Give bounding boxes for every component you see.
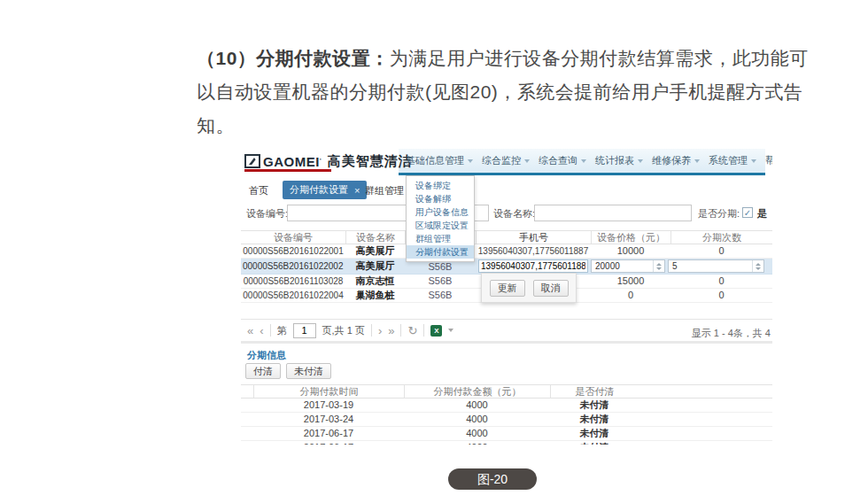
list-item[interactable]: 2017-06-17 4000 未付清 [241,427,772,441]
nav-item-monitoring[interactable]: 综合监控 [482,154,530,167]
brand-tick: ’ [320,157,322,166]
installment-actions: 付清 未付清 [245,363,331,379]
nav-item-query[interactable]: 综合查询 [539,154,586,167]
menu-item-device-bind[interactable]: 设备绑定 [407,179,474,192]
menu-item-area-limit[interactable]: 区域限定设置 [407,219,474,232]
device-name-input[interactable] [534,205,692,221]
close-icon[interactable] [354,185,360,196]
pagination-info: 显示 1 - 4条，共 4 条 [692,327,772,340]
col-times: 分期次数 [670,231,772,244]
filter-row: 设备编号: 设备名称: 是否分期: 是 [241,204,772,223]
installment-checkbox[interactable] [742,207,753,218]
menu-item-device-unbind[interactable]: 设备解绑 [407,192,474,205]
chevron-down-icon [581,159,586,163]
chevron-down-icon [638,159,643,163]
device-no-label: 设备编号: [246,207,288,221]
phone-edit-input[interactable] [478,259,588,273]
divider [423,324,424,337]
caption-heading: （10）分期付款设置： [197,48,390,68]
installment-filter-label: 是否分期: [698,207,740,221]
chevron-down-icon [751,159,756,163]
caption-paragraph: （10）分期付款设置：为满足用户进行设备分期付款结算需求，此功能可 以自动设置机… [197,42,817,143]
times-stepper[interactable]: 5 [668,259,764,273]
menu-item-group-management[interactable]: 群组管理 [407,232,474,245]
price-stepper[interactable]: 20000 [591,259,665,273]
first-page-icon[interactable] [247,324,253,337]
next-page-icon[interactable] [378,324,382,337]
nav-item-basic-info[interactable]: 基础信息管理 [406,154,473,167]
prev-page-icon[interactable] [260,324,263,337]
menu-item-installment-settings[interactable]: 分期付款设置 [407,245,474,259]
list-item-clipped[interactable]: 2017-06-17 4000 未付清 [241,441,772,445]
nav-item-reports[interactable]: 统计报表 [595,154,643,167]
installment-section-title: 分期信息 [247,349,286,362]
stepper-arrows-icon[interactable] [653,260,664,272]
col-pay-status: 是否付清 [550,385,639,398]
pagination-bar: 第 页,共 1 页 显示 1 - 4条，共 4 条 [241,319,772,344]
app-title: 高美智慧清洁 [328,153,413,170]
divider [371,324,372,337]
caption-line-1-text: 为满足用户进行设备分期付款结算需求，此功能可 [390,48,809,68]
paid-button[interactable]: 付清 [245,363,281,379]
screenshot-figure: GAOMEI ’ 高美智慧清洁 基础信息管理 综合监控 综合查询 统计报表 维修… [241,149,772,445]
divider [400,324,401,337]
installment-table: 分期付款时间 分期付款金额（元） 是否付清 2017-03-19 4000 未付… [241,384,772,445]
col-device-name: 设备名称 [345,231,405,244]
installment-yes-label: 是 [757,207,767,221]
nav-item-help-clipped[interactable]: 帮 [765,154,772,167]
list-item[interactable]: 2017-03-19 4000 未付清 [241,399,772,413]
col-pay-amount: 分期付款金额（元） [404,385,550,398]
chevron-down-icon [468,159,473,163]
menu-item-user-device-info[interactable]: 用户设备信息 [407,205,474,219]
nav-item-maintenance[interactable]: 维修保养 [652,154,700,167]
brand-text: GAOMEI [263,154,320,169]
chevron-down-icon [524,159,530,163]
cancel-button[interactable]: 取消 [533,280,569,297]
basic-info-dropdown-menu: 设备绑定 设备解绑 用户设备信息 区域限定设置 群组管理 分期付款设置 [406,175,475,262]
caption-line-1: （10）分期付款设置：为满足用户进行设备分期付款结算需求，此功能可 [197,42,817,75]
divider [270,324,271,337]
caption-line-2: 以自动设置机器的分期付款(见图20)，系统会提前给用户手机提醒方式告 [197,75,817,109]
unpaid-button[interactable]: 未付清 [286,363,331,379]
chevron-down-icon [694,159,700,163]
tab-installment-settings[interactable]: 分期付款设置 [283,181,367,199]
tab-home[interactable]: 首页 [249,184,268,197]
gaomei-logo-icon [244,154,260,168]
document-page: （10）分期付款设置：为满足用户进行设备分期付款结算需求，此功能可 以自动设置机… [0,0,868,503]
logo-red-underline [244,169,331,172]
page-prefix: 第 [277,324,287,337]
col-device-no: 设备编号 [241,231,345,244]
device-table-header: 设备编号 设备名称 手机号 设备价格（元） 分期次数 [241,230,772,244]
stepper-arrows-icon[interactable] [752,260,763,272]
refresh-icon[interactable] [407,324,417,337]
col-phone: 手机号 [476,231,591,244]
col-pay-date: 分期付款时间 [253,385,404,398]
table-row[interactable]: 00000S56B20161022001 高美展厅 S56B 139560403… [241,244,772,259]
edit-confirm-popup: 更新 取消 [481,273,577,303]
col-price: 设备价格（元） [591,231,670,244]
col-checkbox [241,385,253,398]
figure-label-pill: 图-20 [448,468,537,490]
main-nav: 基础信息管理 综合监控 综合查询 统计报表 维修保养 系统管理 帮 [406,149,772,173]
caption-line-3: 知。 [197,109,817,143]
last-page-icon[interactable] [388,324,394,337]
excel-export-icon[interactable] [430,325,442,337]
nav-item-system[interactable]: 系统管理 [709,154,756,167]
chevron-down-icon[interactable] [448,329,453,332]
page-suffix: 页,共 1 页 [322,324,365,337]
installment-table-header: 分期付款时间 分期付款金额（元） 是否付清 [241,384,772,399]
page-number-input[interactable] [293,323,316,338]
list-item[interactable]: 2017-03-24 4000 未付清 [241,413,772,427]
update-button[interactable]: 更新 [490,280,525,297]
device-name-label: 设备名称: [493,207,535,221]
tab-bar: 首页 分期付款设置 群组管理 [241,181,772,200]
